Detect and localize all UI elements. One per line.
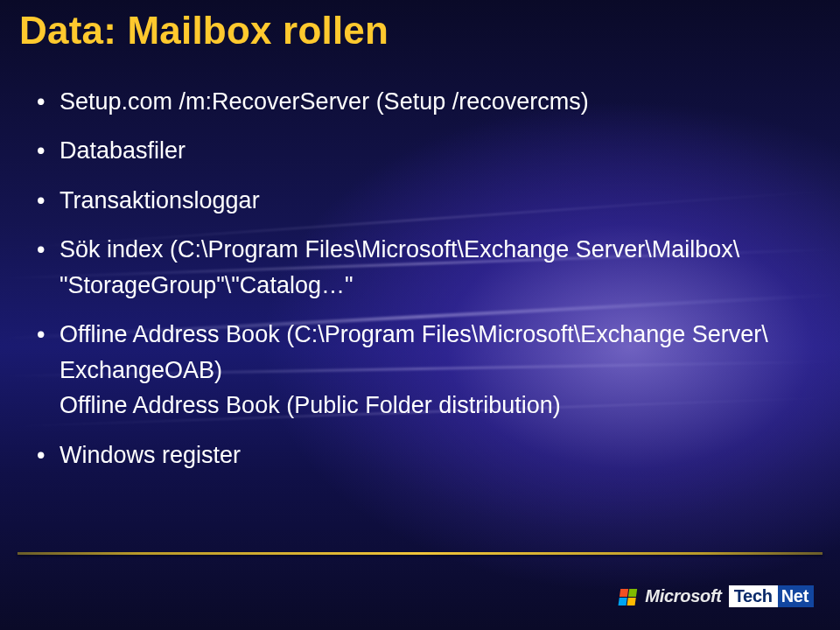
footer-divider [18,552,822,555]
microsoft-wordmark: Microsoft [645,586,721,606]
technet-tech: Tech [729,585,778,607]
slide: Data: Mailbox rollen Setup.com /m:Recove… [0,0,840,630]
bullet-text: Offline Address Book (C:\Program Files\M… [60,321,768,347]
technet-logo: TechNet [729,585,814,607]
bullet-item: Transaktionsloggar [33,185,788,216]
bullet-item: Offline Address Book (C:\Program Files\M… [33,318,788,421]
microsoft-flag-icon [619,589,638,606]
bullet-item: Sök index (C:\Program Files\Microsoft\Ex… [33,234,788,301]
slide-body: Setup.com /m:RecoverServer (Setup /recov… [33,86,788,488]
bullet-item: Windows register [33,439,788,471]
bullet-text: ExchangeOAB) [60,354,788,386]
technet-net: Net [778,585,814,607]
bullet-text: "StorageGroup"\"Catalog…" [60,270,788,301]
footer-logo: Microsoft TechNet [620,585,814,607]
bullet-item: Databasfiler [33,135,788,166]
slide-title: Data: Mailbox rollen [19,9,388,52]
bullet-text: Sök index (C:\Program Files\Microsoft\Ex… [60,236,739,262]
bullet-item: Setup.com /m:RecoverServer (Setup /recov… [33,86,788,117]
bullet-text: Offline Address Book (Public Folder dist… [60,389,788,421]
